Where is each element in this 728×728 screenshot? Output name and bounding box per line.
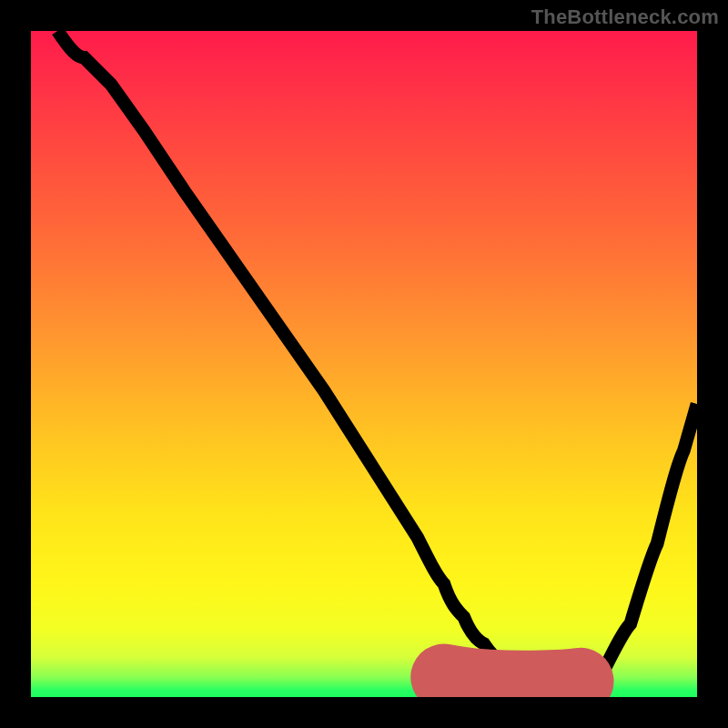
plot-area	[31, 31, 697, 697]
bottleneck-curve	[57, 31, 697, 683]
optimal-range-highlight	[444, 677, 581, 683]
optimal-range-end-dot	[592, 663, 609, 681]
watermark-text: TheBottleneck.com	[531, 5, 719, 29]
chart-frame: TheBottleneck.com	[0, 0, 728, 728]
chart-svg	[31, 31, 697, 697]
